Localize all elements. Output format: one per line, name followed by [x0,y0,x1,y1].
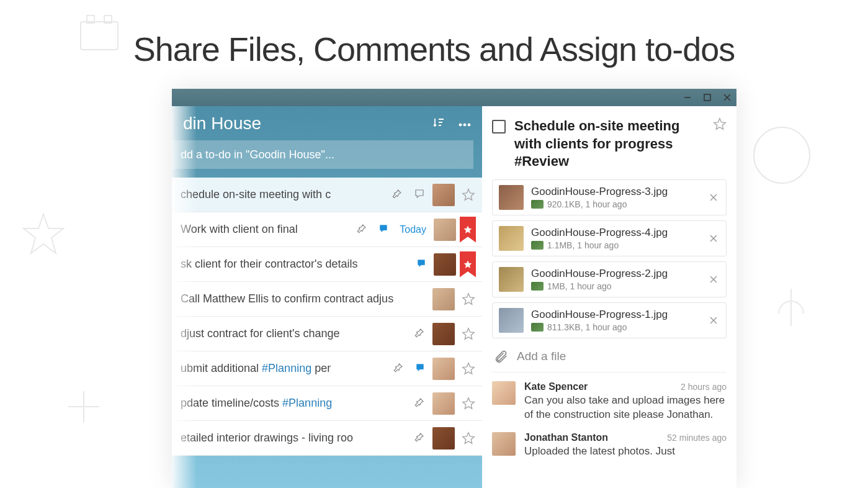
todo-item[interactable]: sk client for their contractor's details [172,247,482,282]
comment: Jonathan Stanton52 minutes agoUploaded t… [492,432,727,459]
comment-avatar [492,432,516,456]
svg-point-10 [468,124,470,126]
svg-point-3 [754,127,810,183]
uploader-avatar [531,200,544,209]
todo-item[interactable]: Work with client on finalToday [172,212,482,247]
due-date: Today [400,224,426,235]
app-window: din House dd a to-do in "Goodin House"..… [172,89,736,488]
todo-text: djust contract for client's change [181,327,414,340]
comment-icon[interactable] [414,188,425,202]
assignee-avatar[interactable] [434,219,456,241]
comment-author: Kate Spencer [524,381,588,392]
pin-icon[interactable] [414,327,425,341]
file-row[interactable]: GoodinHouse-Progress-3.jpg920.1KB, 1 hou… [492,179,727,215]
file-name: GoodinHouse-Progress-3.jpg [531,186,702,198]
more-icon[interactable] [459,118,471,129]
star-flag[interactable] [460,251,476,278]
pin-icon[interactable] [414,432,425,445]
comment-avatar [492,381,516,405]
star-button[interactable] [461,396,476,411]
file-thumbnail [499,185,524,210]
star-button[interactable] [461,431,476,446]
star-button[interactable] [461,188,476,202]
file-row[interactable]: GoodinHouse-Progress-4.jpg1.1MB, 1 hour … [492,220,727,256]
remove-file-button[interactable] [710,315,720,325]
star-flag[interactable] [460,217,476,243]
todo-item[interactable]: etailed interior drawings - living roo [172,421,482,456]
file-meta: 920.1KB, 1 hour ago [547,199,627,209]
todo-text: etailed interior drawings - living roo [181,432,414,445]
minimize-button[interactable] [683,93,692,102]
file-thumbnail [499,308,524,333]
star-button[interactable] [713,117,727,131]
assignee-avatar[interactable] [434,253,456,276]
comment-time: 52 minutes ago [667,433,727,443]
task-checkbox[interactable] [492,120,506,133]
star-button[interactable] [461,361,476,376]
list-title: din House [183,114,261,133]
remove-file-button[interactable] [710,192,720,202]
file-name: GoodinHouse-Progress-1.jpg [531,309,702,321]
pin-icon[interactable] [391,188,403,202]
todo-item[interactable]: Call Matthew Ellis to confirm contract a… [172,282,482,317]
file-name: GoodinHouse-Progress-4.jpg [531,227,702,239]
window-titlebar [172,89,736,106]
todo-text: Work with client on final [181,223,356,236]
detail-pane: Schedule on-site meeting with clients fo… [482,106,736,488]
list-header: din House [172,106,482,140]
comments-section: Kate Spencer2 hours agoCan you also take… [492,381,727,488]
page-headline: Share Files, Comments and Assign to-dos [0,0,868,68]
add-todo-input[interactable]: dd a to-do in "Goodin House"... [172,140,473,169]
todo-item[interactable]: pdate timeline/costs #Planning [172,386,482,421]
file-meta: 1MB, 1 hour ago [547,281,612,291]
comment-author: Jonathan Stanton [524,432,608,443]
svg-point-8 [459,124,462,126]
file-thumbnail [499,226,524,251]
pin-icon[interactable] [414,397,425,410]
svg-point-9 [463,124,466,126]
list-pane: din House dd a to-do in "Goodin House"..… [172,106,482,488]
close-button[interactable] [723,93,732,102]
comment: Kate Spencer2 hours agoCan you also take… [492,381,727,422]
assignee-avatar[interactable] [432,323,455,345]
file-list: GoodinHouse-Progress-3.jpg920.1KB, 1 hou… [492,179,727,338]
todo-text: Call Matthew Ellis to confirm contract a… [181,292,425,305]
uploader-avatar [531,282,544,291]
assignee-avatar[interactable] [432,184,455,206]
assignee-avatar[interactable] [432,427,455,450]
remove-file-button[interactable] [710,233,720,243]
todo-list: chedule on-site meeting with cWork with … [172,178,482,488]
todo-item[interactable]: chedule on-site meeting with c [172,178,482,212]
todo-text: chedule on-site meeting with c [181,188,391,201]
comment-icon[interactable] [378,224,388,236]
star-button[interactable] [461,327,476,341]
maximize-button[interactable] [703,93,712,102]
comment-time: 2 hours ago [681,382,727,392]
comment-text: Can you also take and upload images here… [524,394,727,422]
comment-text: Uploaded the latest photos. Just [524,445,727,459]
assignee-avatar[interactable] [432,288,455,310]
star-button[interactable] [461,292,476,307]
todo-item[interactable]: djust contract for client's change [172,317,482,351]
todo-text: ubmit additional #Planning per [181,362,393,375]
pin-icon[interactable] [393,362,404,376]
todo-text: sk client for their contractor's details [181,258,416,271]
file-row[interactable]: GoodinHouse-Progress-1.jpg811.3KB, 1 hou… [492,302,727,338]
todo-item[interactable]: ubmit additional #Planning per [172,351,482,386]
pin-icon[interactable] [356,223,367,237]
file-row[interactable]: GoodinHouse-Progress-2.jpg1MB, 1 hour ag… [492,261,727,297]
todo-text: pdate timeline/costs #Planning [181,397,414,410]
remove-file-button[interactable] [710,274,720,284]
add-file-button[interactable]: Add a file [492,345,727,373]
uploader-avatar [531,323,544,332]
sort-icon[interactable] [432,116,445,131]
comment-icon[interactable] [416,258,426,271]
assignee-avatar[interactable] [432,358,455,380]
svg-rect-5 [704,94,710,101]
file-name: GoodinHouse-Progress-2.jpg [531,268,702,280]
comment-icon[interactable] [415,363,425,375]
task-title: Schedule on-site meeting with clients fo… [514,117,704,171]
assignee-avatar[interactable] [432,392,455,415]
file-meta: 1.1MB, 1 hour ago [547,240,619,250]
file-meta: 811.3KB, 1 hour ago [547,322,627,332]
